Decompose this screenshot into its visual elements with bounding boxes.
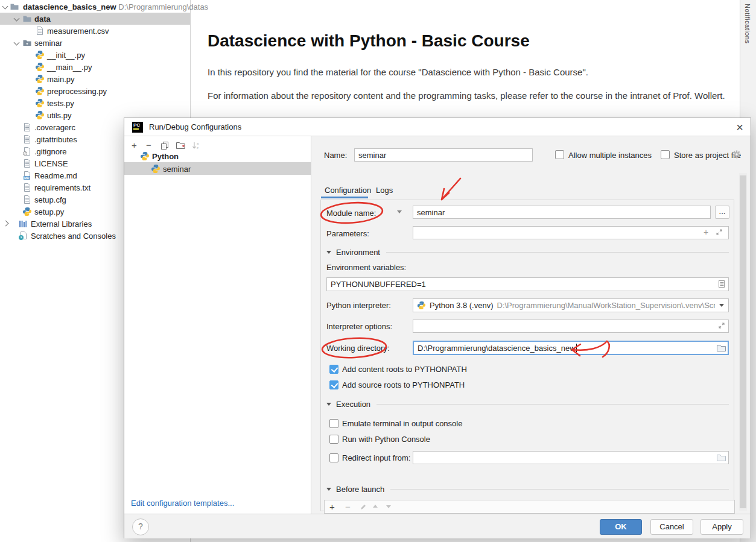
- text-file-icon: [22, 134, 32, 144]
- chevron-expanded-icon[interactable]: [2, 4, 8, 10]
- environment-variables-label: Environment variables:: [326, 263, 406, 272]
- section-divider: [376, 404, 729, 405]
- tree-item-init-py[interactable]: __init__.py: [0, 49, 191, 61]
- project-path: D:\Programmierung\datas: [118, 2, 208, 11]
- readme-paragraph-2: For information about the repository con…: [208, 90, 725, 101]
- notifications-tab[interactable]: Notifications: [744, 4, 751, 43]
- python-interpreter-select[interactable]: Python 3.8 (.venv) D:\Programmierung\Man…: [413, 298, 729, 312]
- allow-multiple-instances-checkbox[interactable]: [555, 150, 564, 159]
- markdown-file-icon: MD: [22, 171, 32, 180]
- section-divider: [390, 489, 729, 490]
- insert-macro-icon[interactable]: +: [704, 227, 708, 237]
- parameters-input[interactable]: [413, 226, 729, 239]
- edit-variables-icon[interactable]: [718, 280, 725, 288]
- cancel-button[interactable]: Cancel: [650, 519, 693, 535]
- text-file-icon: [22, 159, 32, 168]
- ignored-file-icon: [22, 147, 32, 156]
- sort-alphabetically-icon[interactable]: az: [192, 141, 200, 150]
- scratches-icon: [18, 231, 28, 241]
- gear-icon[interactable]: [732, 150, 742, 159]
- store-as-project-file-checkbox[interactable]: [661, 150, 670, 159]
- python-file-icon: [35, 86, 45, 96]
- emulate-terminal-checkbox[interactable]: [329, 419, 338, 428]
- edit-task-pencil-icon[interactable]: [360, 503, 367, 511]
- section-collapse-icon[interactable]: [326, 403, 331, 406]
- tree-item-main-dunder-py[interactable]: __main__.py: [0, 61, 191, 73]
- before-launch-section-header[interactable]: Before launch: [326, 485, 729, 494]
- scrollbar-thumb[interactable]: [740, 175, 746, 508]
- config-group-python[interactable]: Python: [124, 150, 311, 162]
- run-with-python-console-label: Run with Python Console: [342, 435, 430, 444]
- interpreter-options-input[interactable]: [413, 320, 729, 333]
- tree-item-measurement-csv[interactable]: measurement.csv: [0, 25, 191, 37]
- run-with-python-console-checkbox[interactable]: [329, 435, 338, 444]
- svg-text:MD: MD: [24, 176, 30, 180]
- chevron-expanded-icon[interactable]: [14, 40, 20, 46]
- move-down-icon[interactable]: [386, 505, 391, 508]
- tab-configuration[interactable]: Configuration: [325, 186, 371, 195]
- before-launch-section-label: Before launch: [336, 485, 384, 494]
- module-name-label: Module name:: [326, 209, 376, 218]
- dialog-footer: ? OK Cancel Apply: [124, 514, 751, 538]
- tree-item-tests-py[interactable]: tests.py: [0, 97, 191, 109]
- browse-folder-icon[interactable]: [716, 344, 726, 352]
- add-content-roots-label: Add content roots to PYTHONPATH: [342, 365, 467, 374]
- add-task-icon[interactable]: +: [329, 502, 335, 512]
- help-button[interactable]: ?: [132, 518, 149, 535]
- tree-item-project-root[interactable]: datascience_basics_new D:\Programmierung…: [0, 1, 191, 13]
- form-scrollbar[interactable]: [739, 173, 747, 511]
- before-launch-task-list[interactable]: + −: [324, 500, 735, 514]
- tree-item-seminar[interactable]: seminar: [0, 37, 191, 49]
- libraries-icon: [18, 219, 28, 228]
- environment-section-label: Environment: [336, 248, 380, 257]
- remove-configuration-icon[interactable]: −: [146, 141, 151, 150]
- config-item-seminar[interactable]: seminar: [124, 162, 311, 175]
- move-up-icon[interactable]: [373, 505, 378, 508]
- environment-variables-input[interactable]: PYTHONUNBUFFERED=1: [326, 277, 729, 291]
- pycharm-logo-icon: PC: [132, 122, 143, 133]
- tab-logs[interactable]: Logs: [376, 186, 393, 195]
- text-file-icon: [22, 122, 32, 132]
- python-file-icon: [35, 74, 45, 84]
- chevron-collapsed-icon[interactable]: [3, 221, 9, 227]
- python-file-icon: [35, 110, 45, 120]
- module-name-input[interactable]: seminar: [413, 206, 711, 219]
- redirect-input-input[interactable]: [413, 451, 729, 464]
- add-content-roots-checkbox[interactable]: [329, 365, 338, 374]
- browse-folder-icon[interactable]: [716, 454, 726, 462]
- expand-field-icon[interactable]: [716, 228, 723, 236]
- add-configuration-icon[interactable]: +: [132, 141, 137, 150]
- tree-item-main-py[interactable]: main.py: [0, 73, 191, 85]
- ok-button[interactable]: OK: [600, 519, 642, 535]
- configurations-list-panel: + − az Python seminar Edit configuration…: [124, 136, 311, 514]
- name-input[interactable]: seminar: [354, 148, 533, 162]
- add-source-roots-checkbox[interactable]: [329, 380, 338, 389]
- expand-field-icon[interactable]: [718, 322, 725, 329]
- redirect-input-checkbox[interactable]: [329, 453, 338, 462]
- execution-section-header[interactable]: Execution: [326, 400, 729, 409]
- dialog-title-bar[interactable]: PC Run/Debug Configurations ×: [124, 118, 751, 136]
- section-collapse-icon[interactable]: [326, 488, 331, 491]
- edit-configuration-templates-link[interactable]: Edit configuration templates...: [131, 499, 234, 508]
- tree-item-preprocessing-py[interactable]: preprocessing.py: [0, 85, 191, 97]
- interpreter-dropdown-icon[interactable]: [719, 304, 724, 307]
- text-file-icon: [22, 195, 32, 204]
- tree-item-data[interactable]: data: [0, 13, 191, 25]
- text-file-icon: [22, 183, 32, 192]
- interpreter-options-label: Interpreter options:: [326, 322, 392, 331]
- python-file-icon: [35, 98, 45, 108]
- module-browse-button[interactable]: ...: [715, 206, 729, 219]
- copy-configuration-icon[interactable]: [160, 141, 169, 150]
- apply-button[interactable]: Apply: [700, 519, 743, 535]
- remove-task-icon[interactable]: −: [345, 502, 351, 512]
- save-as-template-folder-icon[interactable]: [176, 141, 185, 150]
- parameters-label: Parameters:: [326, 229, 369, 238]
- execution-section-label: Execution: [336, 400, 370, 409]
- chevron-expanded-icon[interactable]: [14, 16, 20, 22]
- section-collapse-icon[interactable]: [326, 251, 331, 254]
- svg-text:a: a: [197, 142, 199, 145]
- close-icon[interactable]: ×: [736, 120, 743, 134]
- environment-section-header[interactable]: Environment: [326, 248, 729, 257]
- working-directory-input[interactable]: D:\Programmierung\datascience_basics_new: [413, 341, 729, 355]
- module-name-mode-dropdown-icon[interactable]: [397, 210, 402, 213]
